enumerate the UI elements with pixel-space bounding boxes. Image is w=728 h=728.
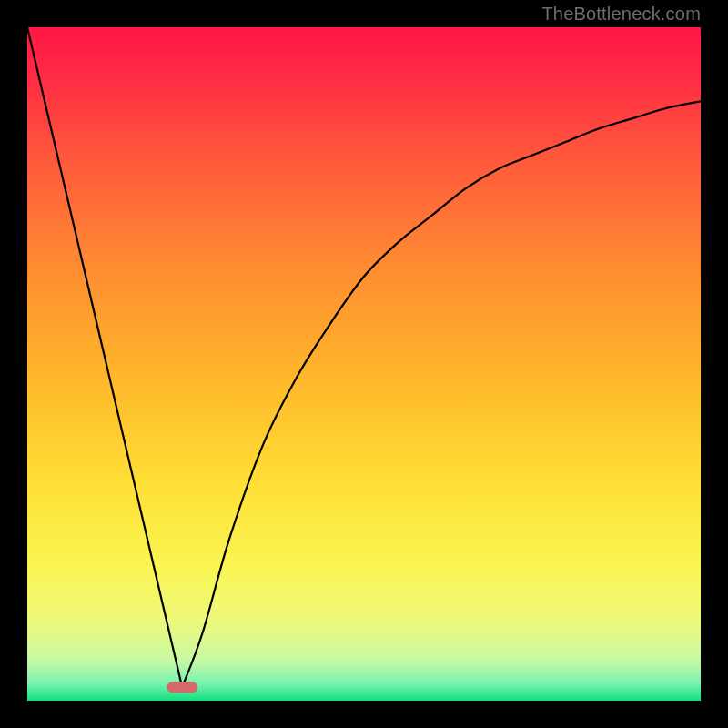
curve-svg [27,27,701,701]
curve-left-branch [27,27,182,687]
optimum-marker [167,682,197,693]
curve-right-branch [182,101,701,687]
watermark-text: TheBottleneck.com [541,4,701,25]
chart-frame: TheBottleneck.com [0,0,728,728]
plot-area [27,27,701,701]
